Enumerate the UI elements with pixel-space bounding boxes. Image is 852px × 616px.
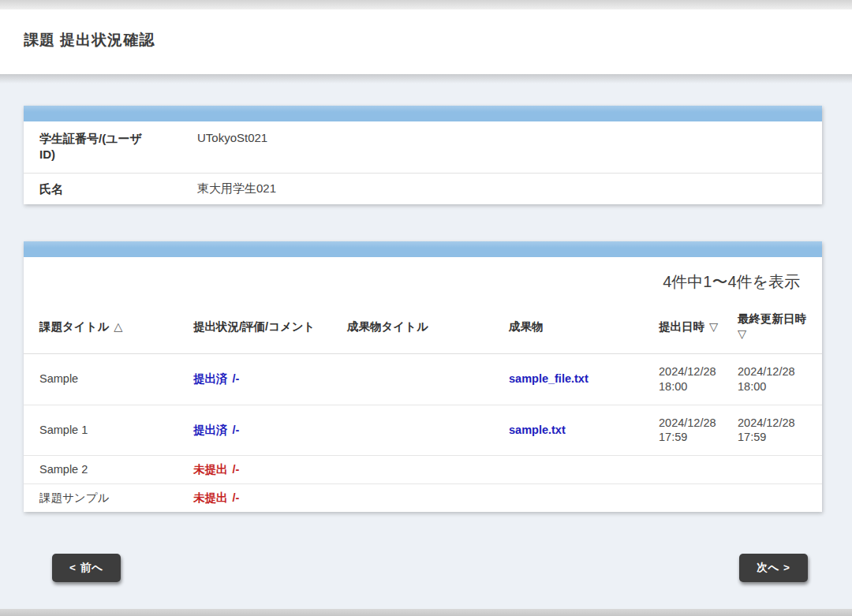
status-cell: 未提出/- — [193, 456, 347, 484]
artifact-title-cell — [347, 484, 509, 512]
submissions-card: 4件中1〜4件を表示 課題タイトル△ 提出状況/評価/コメント 成果物タイトル … — [24, 241, 822, 512]
updated-at-cell: 2024/12/2818:00 — [738, 353, 822, 405]
status-text: 提出済 — [193, 424, 228, 436]
artifact-title-cell — [347, 353, 509, 405]
status-cell: 提出済/- — [193, 353, 347, 405]
submitted-at-cell — [659, 456, 738, 484]
table-row: 課題サンプル 未提出/- — [24, 484, 822, 512]
column-label: 成果物 — [509, 320, 544, 333]
submitted-date: 2024/12/28 — [659, 416, 731, 431]
updated-date: 2024/12/28 — [738, 364, 816, 379]
submitted-time: 17:59 — [659, 430, 731, 445]
assignment-title: Sample — [24, 353, 193, 405]
submitted-at-cell: 2024/12/2818:00 — [659, 353, 738, 405]
artifact-cell: sample.txt — [509, 405, 659, 456]
column-label: 提出日時 — [659, 320, 704, 333]
column-label: 課題タイトル — [39, 320, 109, 333]
status-text: 未提出/- — [193, 463, 239, 476]
updated-at-cell — [738, 456, 822, 484]
page-title: 課題 提出状況確認 — [24, 30, 828, 50]
column-status: 提出状況/評価/コメント — [193, 293, 347, 354]
page: 課題 提出状況確認 学生証番号/(ユーザID) UTokyoSt021 氏名 東… — [0, 0, 852, 616]
status-text: 提出済 — [193, 372, 228, 385]
top-strip — [0, 0, 852, 9]
student-info-card: 学生証番号/(ユーザID) UTokyoSt021 氏名 東大用学生021 — [24, 106, 822, 204]
submissions-table: 課題タイトル△ 提出状況/評価/コメント 成果物タイトル 成果物 提出日時▽ — [24, 293, 822, 512]
submitted-at-cell: 2024/12/2817:59 — [659, 405, 738, 456]
updated-time: 17:59 — [738, 430, 816, 445]
status-link[interactable]: 提出済/- — [193, 424, 239, 436]
status-link[interactable]: 提出済/- — [193, 372, 239, 385]
table-row: Sample 1 提出済/- sample.txt 2024/12/2817:5… — [24, 405, 822, 456]
prev-page-button[interactable]: < 前へ — [52, 554, 121, 582]
column-label: 提出状況/評価/コメント — [193, 320, 315, 333]
next-page-button[interactable]: 次へ > — [739, 554, 808, 582]
updated-at-cell — [738, 484, 822, 512]
student-id-label: 学生証番号/(ユーザID) — [39, 121, 156, 173]
artifact-cell: sample_file.txt — [509, 353, 659, 405]
status-cell: 未提出/- — [193, 484, 347, 512]
artifact-title-cell — [347, 405, 509, 456]
updated-date: 2024/12/28 — [738, 416, 816, 431]
artifact-title-cell — [347, 456, 509, 484]
submitted-time: 18:00 — [659, 379, 731, 394]
card-accent-bar — [24, 106, 822, 121]
sort-asc-icon[interactable]: △ — [114, 320, 122, 333]
updated-at-cell: 2024/12/2817:59 — [738, 405, 822, 456]
column-assignment-title: 課題タイトル△ — [24, 293, 193, 354]
assignment-title: 課題サンプル — [24, 484, 193, 512]
submitted-at-cell — [659, 484, 738, 512]
status-cell: 提出済/- — [193, 405, 347, 456]
assignment-title: Sample 2 — [24, 456, 193, 484]
column-label: 最終更新日時 — [738, 312, 806, 325]
submitted-date: 2024/12/28 — [659, 364, 731, 379]
column-artifact-title: 成果物タイトル — [347, 293, 509, 354]
student-id-value: UTokyoSt021 — [197, 121, 806, 154]
header-shadow — [0, 74, 852, 84]
pagination: < 前へ 次へ > — [52, 554, 808, 582]
status-suffix: /- — [233, 424, 240, 436]
student-name-label: 氏名 — [39, 174, 156, 204]
status-suffix: /- — [233, 372, 240, 385]
table-row: Sample 2 未提出/- — [24, 456, 822, 484]
card-accent-bar — [24, 241, 822, 257]
column-submitted-at: 提出日時▽ — [659, 293, 738, 354]
artifact-link[interactable]: sample_file.txt — [509, 372, 589, 385]
assignment-title: Sample 1 — [24, 405, 193, 456]
sort-desc-icon[interactable]: ▽ — [709, 320, 718, 333]
artifact-cell — [509, 484, 659, 512]
result-count: 4件中1〜4件を表示 — [24, 257, 822, 293]
page-header: 課題 提出状況確認 — [0, 9, 852, 74]
student-name-value: 東大用学生021 — [197, 174, 806, 203]
column-last-updated: 最終更新日時▽ — [738, 293, 822, 354]
status-text: 未提出/- — [193, 491, 239, 504]
table-row: Sample 提出済/- sample_file.txt 2024/12/281… — [24, 353, 822, 405]
student-name-row: 氏名 東大用学生021 — [24, 174, 822, 204]
artifact-cell — [509, 456, 659, 484]
column-label: 成果物タイトル — [347, 320, 428, 333]
sort-desc-icon[interactable]: ▽ — [738, 327, 816, 342]
column-artifact: 成果物 — [509, 293, 659, 354]
table-header-row: 課題タイトル△ 提出状況/評価/コメント 成果物タイトル 成果物 提出日時▽ — [24, 293, 822, 354]
updated-time: 18:00 — [738, 379, 816, 394]
artifact-link[interactable]: sample.txt — [509, 424, 566, 436]
student-id-row: 学生証番号/(ユーザID) UTokyoSt021 — [24, 121, 822, 174]
bottom-strip — [0, 609, 852, 616]
